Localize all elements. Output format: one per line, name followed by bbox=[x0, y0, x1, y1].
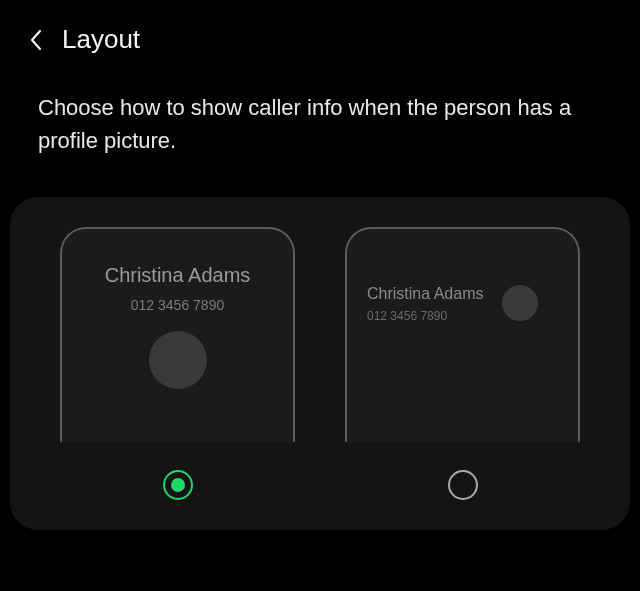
caller-text-block: Christina Adams 012 3456 7890 bbox=[367, 285, 484, 323]
avatar-icon bbox=[149, 331, 207, 389]
avatar-icon bbox=[502, 285, 538, 321]
layout-option-centered[interactable]: Christina Adams 012 3456 7890 bbox=[60, 227, 295, 500]
header: Layout bbox=[0, 0, 640, 71]
radio-selected[interactable] bbox=[163, 470, 193, 500]
phone-preview-centered: Christina Adams 012 3456 7890 bbox=[60, 227, 295, 442]
back-icon[interactable] bbox=[28, 28, 42, 52]
caller-row: Christina Adams 012 3456 7890 bbox=[367, 285, 558, 323]
description-text: Choose how to show caller info when the … bbox=[0, 71, 640, 187]
caller-name-label: Christina Adams bbox=[367, 285, 484, 303]
caller-number-label: 012 3456 7890 bbox=[367, 309, 484, 323]
caller-name-label: Christina Adams bbox=[105, 264, 251, 287]
caller-number-label: 012 3456 7890 bbox=[131, 297, 224, 313]
page-title: Layout bbox=[62, 24, 140, 55]
phone-preview-left: Christina Adams 012 3456 7890 bbox=[345, 227, 580, 442]
radio-unselected[interactable] bbox=[448, 470, 478, 500]
layout-option-left[interactable]: Christina Adams 012 3456 7890 bbox=[345, 227, 580, 500]
layout-options-container: Christina Adams 012 3456 7890 Christina … bbox=[10, 197, 630, 530]
